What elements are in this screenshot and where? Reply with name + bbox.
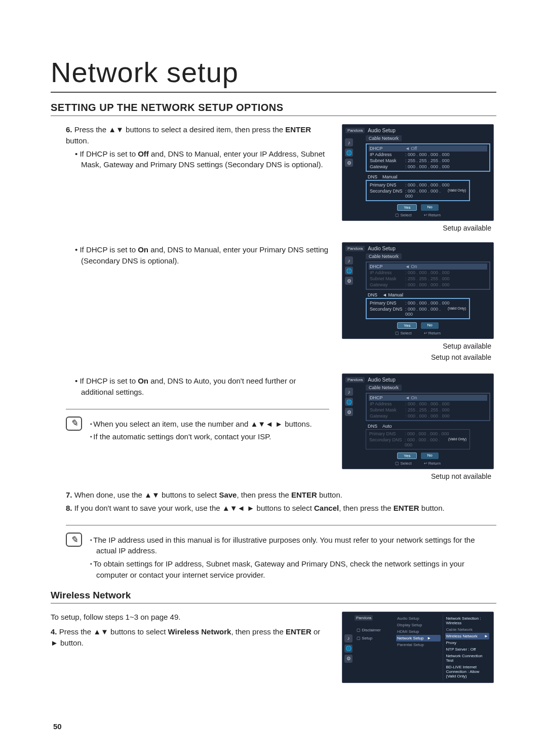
side-display: Display Setup: [396, 622, 441, 628]
lab-dhcp: DHCP: [370, 264, 405, 269]
section-heading: SETTING UP THE NETWORK SETUP OPTIONS: [51, 102, 496, 114]
side-disclaimer: ▢ Disclaimer: [355, 627, 394, 633]
val-on: On: [411, 264, 417, 269]
tip1-1: When you select an item, use the number …: [87, 419, 329, 430]
m-bdlive: BD-LIVE Internet Connection : Allow (Val…: [445, 664, 490, 679]
caption-2a: Setup available: [443, 342, 491, 350]
val-on: On: [411, 395, 417, 400]
yes-button[interactable]: Yes: [397, 452, 417, 459]
step-8-num: 8.: [66, 504, 72, 512]
lab-ip: IP Address: [370, 152, 405, 157]
step-8: 8. If you don't want to save your work, …: [66, 503, 496, 514]
wireless-text: To setup, follow steps 1~3 on page 49. 4…: [51, 612, 329, 649]
yes-button[interactable]: Yes: [397, 322, 417, 329]
step-7: 7. When done, use the ▲▼ buttons to sele…: [66, 489, 496, 501]
valid-only: (Valid Only): [448, 307, 466, 317]
s6-b3-on: On: [138, 376, 148, 385]
s6-b1-off: Off: [138, 149, 149, 158]
tv-title: Audio Setup: [368, 377, 396, 383]
s6-b2-a: If DHCP is set to: [80, 245, 138, 254]
step-6-num: 6.: [66, 125, 72, 134]
valid-only: (Valid Only): [448, 437, 466, 447]
m-wireless[interactable]: Wireless Network►: [445, 633, 490, 639]
gear-icon: ⚙: [344, 655, 353, 663]
val-auto: Auto: [382, 424, 392, 429]
s6-b1-a: If DHCP is set to: [80, 149, 138, 158]
no-button[interactable]: No: [421, 204, 438, 211]
s6-b3-a: If DHCP is set to: [80, 376, 138, 385]
lab-sdns: Secondary DNS: [370, 188, 405, 199]
wireless-intro: To setup, follow steps 1~3 on page 49.: [51, 612, 329, 623]
enter-label: ENTER: [285, 125, 311, 134]
music-icon: ♪: [344, 634, 353, 642]
wireless-rule: [51, 603, 496, 603]
foot-return: ↩ Return: [424, 213, 441, 217]
tip-rule: [66, 409, 329, 409]
m-test: Network Connection Test: [445, 653, 490, 664]
lab-dhcp: DHCP: [370, 395, 405, 400]
val-sdns: 000 . 000 . 000 . 000: [405, 188, 441, 199]
step-6-text: 6. Press the ▲▼ buttons to select a desi…: [66, 124, 329, 170]
tv-title: Audio Setup: [368, 246, 396, 251]
globe-icon: 🌐: [345, 398, 353, 406]
foot-select: ▢ Select: [395, 331, 411, 335]
caption-1: Setup available: [443, 224, 491, 232]
val-gw: 000 . 000 . 000 . 000: [408, 164, 450, 169]
m-netsel: Network Selection : Wireless: [445, 615, 490, 626]
caption-2b: Setup not available: [431, 353, 491, 361]
tips2-rule: [66, 525, 496, 525]
foot-return: ↩ Return: [424, 331, 441, 335]
globe-icon: 🌐: [345, 148, 353, 157]
no-button[interactable]: No: [421, 322, 438, 329]
step-7-num: 7.: [66, 490, 72, 499]
lab-dns: DNS: [368, 174, 377, 179]
page-number: 50: [53, 722, 62, 731]
lab-gw: Gateway: [370, 164, 405, 169]
tv-sub: Cable Network: [366, 253, 402, 259]
lab-ip: IP Address: [370, 270, 405, 275]
side-setup: ▢ Setup: [355, 635, 394, 641]
yes-button[interactable]: Yes: [397, 204, 417, 211]
music-icon: ♪: [345, 256, 353, 264]
gear-icon: ⚙: [345, 408, 353, 416]
step-6-b: button.: [66, 136, 89, 145]
lab-dns: DNS: [368, 292, 377, 297]
tv-sub: Cable Network: [366, 135, 402, 141]
no-button[interactable]: No: [421, 452, 438, 459]
note-icon: ✎: [66, 417, 82, 431]
val-manual: Manual: [388, 292, 403, 297]
tv-logo: Pandora: [355, 615, 373, 621]
val-pdns: 000 . 000 . 000 . 000: [408, 182, 450, 187]
tv-logo: Pandora: [345, 246, 365, 251]
foot-return: ↩ Return: [424, 461, 441, 466]
lab-dns: DNS: [368, 424, 377, 429]
step-6-b2-block: If DHCP is set to On and, DNS to Manual,…: [66, 242, 329, 267]
note-icon: ✎: [66, 533, 82, 547]
val-mask: 255 . 255 . 255 . 000: [408, 158, 450, 163]
tv-screenshot-3: Pandora Audio Setup ♪ 🌐 ⚙ Cable Network …: [342, 373, 494, 469]
side-network[interactable]: Network Setup ►: [396, 635, 441, 641]
page-title: Network setup: [51, 56, 496, 89]
val-ip: 000 . 000 . 000 . 000: [408, 152, 450, 157]
tv-sub: Cable Network: [366, 385, 402, 391]
step-4-num: 4.: [51, 627, 57, 636]
tv-screenshot-1: Pandora Audio Setup ♪ 🌐 ⚙ Cable Network …: [342, 124, 494, 221]
m-ntp: NTP Server : Off: [445, 646, 490, 653]
lab-dhcp: DHCP: [370, 146, 405, 151]
music-icon: ♪: [345, 138, 353, 146]
music-icon: ♪: [345, 388, 353, 396]
lab-sdns: Secondary DNS: [370, 307, 405, 317]
tv-screenshot-2: Pandora Audio Setup ♪ 🌐 ⚙ Cable Network …: [342, 242, 494, 339]
foot-select: ▢ Select: [395, 213, 411, 217]
val-off: Off: [411, 146, 417, 151]
globe-icon: 🌐: [344, 645, 353, 653]
side-hdmi: HDMI Setup: [396, 628, 441, 635]
lab-gw: Gateway: [370, 282, 405, 287]
tip2-1: The IP address used in this manual is fo…: [87, 535, 496, 557]
tip2-2: To obtain settings for IP address, Subne…: [87, 558, 496, 581]
tv-title: Audio Setup: [368, 128, 396, 133]
wireless-heading: Wireless Network: [51, 590, 496, 601]
tv-logo: Pandora: [345, 128, 365, 133]
tip1-2: If the automatic settings don't work, co…: [87, 431, 329, 442]
foot-select: ▢ Select: [395, 461, 411, 466]
